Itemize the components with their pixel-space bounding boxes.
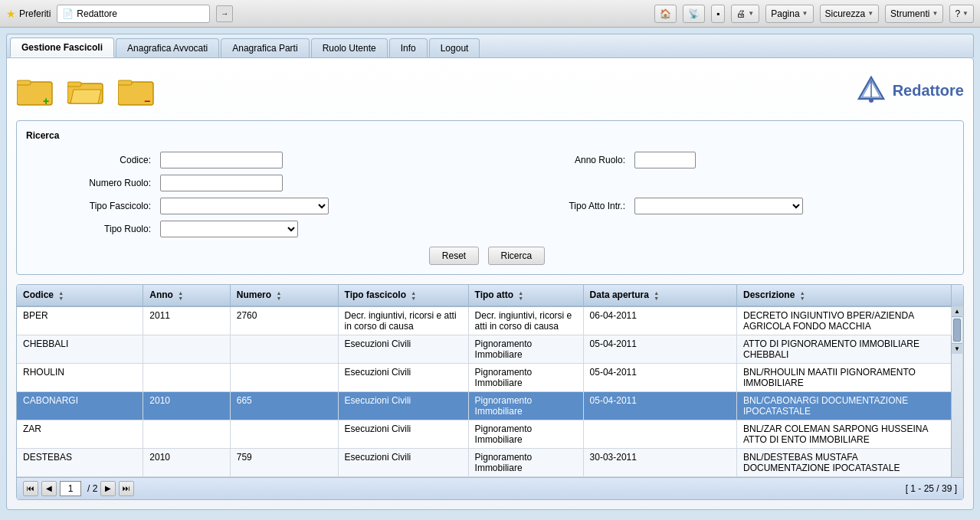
table-header-row: Codice ▲▼ Anno ▲▼ Numero ▲▼ [17,285,963,306]
tipo-atto-intr-label: Tipo Atto Intr.: [510,195,630,217]
tab-anagrafica-avvocati[interactable]: Anagrafica Avvocati [116,38,219,57]
results-table: Codice ▲▼ Anno ▲▼ Numero ▲▼ [17,285,963,477]
page-input[interactable] [60,481,81,496]
table-cell: 2010 [143,448,230,476]
ricerca-button[interactable]: Ricerca [488,247,546,265]
scrollbar-up[interactable]: ▲ [952,306,962,317]
table-cell: BNL/DESTEBAS MUSTAFA DOCUMENTAZIONE IPOC… [737,448,952,476]
table-row[interactable]: CABONARGI2010665Esecuzioni CiviliPignora… [17,391,963,420]
top-bar: ★ Preferiti 📄 Redattore → 🏠 📡 ▪ 🖨 ▼ Pagi… [0,0,980,28]
preferiti-label: Preferiti [19,8,51,19]
tipo-ruolo-label: Tipo Ruolo: [26,217,156,240]
codice-input[interactable] [160,152,283,168]
tab-gestione-fascicoli[interactable]: Gestione Fascicoli [10,38,114,57]
table-row[interactable]: BPER20112760Decr. ingiuntivi, ricorsi e … [17,306,963,335]
star-icon: ★ [6,8,16,20]
table-cell: DECRETO INGIUNTIVO BPER/AZIENDA AGRICOLA… [737,306,952,335]
tipo-atto-intr-select[interactable] [634,198,803,214]
numero-ruolo-label: Numero Ruolo: [26,172,156,195]
col-tipo-atto[interactable]: Tipo atto ▲▼ [468,285,583,306]
table-cell: 05-04-2011 [583,335,736,363]
tab-bar: Gestione Fascicoli Anagrafica Avvocati A… [6,34,974,57]
table-container: Codice ▲▼ Anno ▲▼ Numero ▲▼ [16,284,964,500]
table-row[interactable]: RHOULINEsecuzioni CiviliPignoramento Imm… [17,363,963,391]
sicurezza-button[interactable]: Sicurezza ▼ [820,5,880,23]
tab-logout[interactable]: Logout [429,38,480,57]
last-page-button[interactable]: ⏭ [119,481,134,496]
main-content: Gestione Fascicoli Anagrafica Avvocati A… [0,28,980,516]
codice-label: Codice: [26,149,156,172]
address-text: Redattore [77,8,117,19]
strumenti-button[interactable]: Strumenti ▼ [885,5,943,23]
col-anno[interactable]: Anno ▲▼ [143,285,230,306]
table-cell [143,335,230,363]
logo-text: Redattore [893,82,964,100]
pagina-button[interactable]: Pagina ▼ [765,5,813,23]
table-cell [230,420,338,448]
tab-info[interactable]: Info [389,38,428,57]
col-numero[interactable]: Numero ▲▼ [230,285,338,306]
table-cell: Pignoramento Immobiliare [468,363,583,391]
strumenti-arrow: ▼ [932,10,938,17]
table-cell: 665 [230,391,338,420]
svg-rect-3 [67,82,81,87]
col-codice[interactable]: Codice ▲▼ [17,285,143,306]
numero-ruolo-input[interactable] [160,175,283,191]
tab-anagrafica-parti[interactable]: Anagrafica Parti [221,38,309,57]
print-arrow: ▼ [748,10,754,17]
sort-codice: ▲▼ [58,290,64,301]
home-button[interactable]: 🏠 [654,5,677,23]
sort-tipo-atto: ▲▼ [518,290,523,301]
sort-data-apertura: ▲▼ [654,290,659,301]
svg-rect-1 [17,80,31,85]
table-cell [230,335,338,363]
results-tbody: BPER20112760Decr. ingiuntivi, ricorsi e … [17,306,963,477]
table-cell: Esecuzioni Civili [338,335,468,363]
table-cell [230,363,338,391]
anno-ruolo-input[interactable] [634,152,696,168]
table-cell: ZAR [17,420,143,448]
search-buttons: Reset Ricerca [26,240,954,265]
pagination-bar: ⏮ ◀ / 2 ▶ ⏭ [ 1 - 25 / 39 ] [17,477,963,499]
col-data-apertura[interactable]: Data apertura ▲▼ [583,285,736,306]
help-button[interactable]: ? ▼ [949,5,974,23]
rss-button[interactable]: 📡 [683,5,705,23]
address-bar: 📄 Redattore [57,5,210,23]
scrollbar-thumb[interactable] [953,319,961,342]
sicurezza-label: Sicurezza [825,8,866,19]
table-cell: CHEBBALI [17,335,143,363]
table-row[interactable]: ZAREsecuzioni CiviliPignoramento Immobil… [17,420,963,448]
col-descrizione[interactable]: Descrizione ▲▼ [737,285,952,306]
new-folder-button[interactable]: + [16,74,54,108]
go-button[interactable]: → [216,5,233,22]
delete-folder-button[interactable]: − [117,74,156,108]
preferiti-button[interactable]: ★ Preferiti [6,8,51,20]
tab-ruolo-utente[interactable]: Ruolo Utente [311,38,388,57]
windows-button[interactable]: ▪ [711,5,725,23]
table-cell: BPER [17,306,143,335]
reset-button[interactable]: Reset [429,247,479,265]
col-tipo-fascicolo[interactable]: Tipo fascicolo ▲▼ [338,285,468,306]
table-cell: Pignoramento Immobiliare [468,391,583,420]
tipo-fascicolo-select[interactable] [160,198,329,214]
pagina-label: Pagina [771,8,799,19]
next-page-button[interactable]: ▶ [100,481,116,496]
windows-icon: ▪ [716,8,719,19]
prev-page-button[interactable]: ◀ [41,481,57,496]
results-section: Codice ▲▼ Anno ▲▼ Numero ▲▼ [16,284,964,500]
first-page-button[interactable]: ⏮ [23,481,38,496]
table-scrollbar[interactable]: ▲ ▼ [952,306,963,477]
table-row[interactable]: DESTEBAS2010759Esecuzioni CiviliPignoram… [17,448,963,476]
tipo-ruolo-select[interactable] [160,221,298,237]
print-button[interactable]: 🖨 ▼ [731,5,759,23]
strumenti-label: Strumenti [890,8,929,19]
sicurezza-arrow: ▼ [867,10,873,17]
table-cell: Esecuzioni Civili [338,363,468,391]
table-cell: BNL/RHOULIN MAATII PIGNORAMENTO IMMOBILI… [737,363,952,391]
open-folder-button[interactable] [67,74,105,108]
sort-anno: ▲▼ [178,290,183,301]
table-row[interactable]: CHEBBALIEsecuzioni CiviliPignoramento Im… [17,335,963,363]
scrollbar-down[interactable]: ▼ [952,343,962,354]
pagina-arrow: ▼ [802,10,808,17]
table-cell: Esecuzioni Civili [338,391,468,420]
